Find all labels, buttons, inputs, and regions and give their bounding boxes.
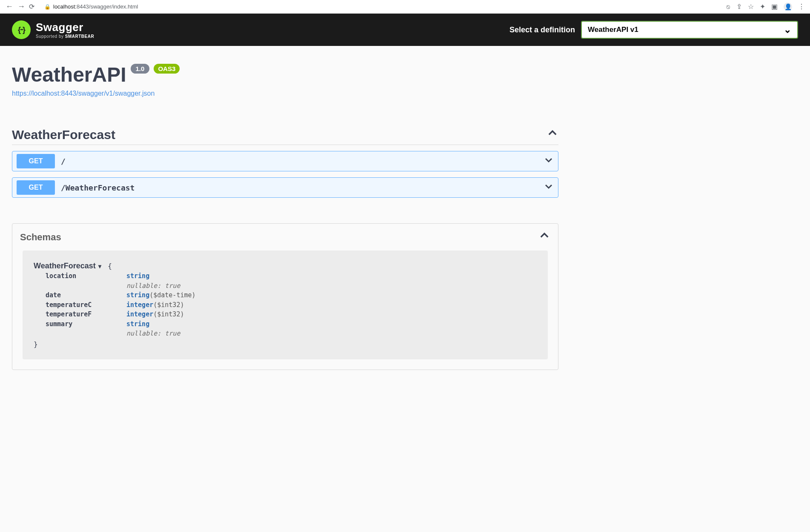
url-host: localhost: <box>53 3 77 10</box>
operation-row[interactable]: GET/ <box>12 151 558 171</box>
property-nullable: nullable: true <box>46 329 537 339</box>
property-type: integer($int32) <box>126 300 184 310</box>
operation-path: /WeatherForecast <box>61 183 135 192</box>
schemas-header[interactable]: Schemas <box>12 224 558 250</box>
forward-button[interactable]: → <box>17 2 26 11</box>
model-property: temperatureFinteger($int32) <box>46 310 537 319</box>
property-name: date <box>46 290 126 300</box>
model-property: summarystring <box>46 319 537 329</box>
chevron-down-icon: ⌄ <box>784 24 791 35</box>
lock-icon: 🔒 <box>44 4 51 10</box>
bookmark-icon[interactable]: ☆ <box>748 3 754 11</box>
swagger-logo-icon: {··} <box>12 20 31 39</box>
zoom-icon[interactable]: ⍉ <box>726 3 730 11</box>
browser-tools: ⍉ ⇪ ☆ ✦ ▣ 👤 ⋮ <box>726 3 805 11</box>
address-bar[interactable]: 🔒 localhost:8443/swagger/index.html <box>41 3 723 10</box>
property-name: temperatureF <box>46 310 126 319</box>
tag-header[interactable]: WeatherForecast <box>12 127 558 145</box>
chevron-up-icon <box>547 127 558 142</box>
topbar: {··} Swagger Supported by SMARTBEAR Sele… <box>0 14 810 46</box>
extensions-icon[interactable]: ✦ <box>760 3 765 11</box>
brand: {··} Swagger Supported by SMARTBEAR <box>12 20 94 39</box>
property-name: temperatureC <box>46 300 126 310</box>
model-property: datestring($date-time) <box>46 290 537 300</box>
operation-path: / <box>61 157 66 166</box>
version-badge: 1.0 <box>131 64 150 74</box>
definition-label: Select a definition <box>509 26 575 34</box>
definition-select[interactable]: WeatherAPI v1 ⌄ <box>581 21 798 39</box>
property-name: location <box>46 271 126 281</box>
caret-down-icon: ▾ <box>98 263 101 270</box>
schemas-container: Schemas WeatherForecast ▾ { locationstri… <box>12 223 558 370</box>
model-property: locationstring <box>46 271 537 281</box>
share-icon[interactable]: ⇪ <box>736 3 742 11</box>
property-nullable: nullable: true <box>46 281 537 291</box>
model-property: temperatureCinteger($int32) <box>46 300 537 310</box>
panel-icon[interactable]: ▣ <box>771 3 778 11</box>
schema-body: WeatherForecast ▾ { locationstringnullab… <box>23 250 548 359</box>
tag-name: WeatherForecast <box>12 128 115 142</box>
browser-chrome: ← → ⟳ 🔒 localhost:8443/swagger/index.htm… <box>0 0 810 14</box>
brand-subtitle: Supported by SMARTBEAR <box>36 34 94 39</box>
kebab-menu-icon[interactable]: ⋮ <box>798 3 805 11</box>
back-button[interactable]: ← <box>5 2 14 11</box>
chevron-down-icon <box>544 155 554 168</box>
chevron-down-icon <box>544 181 554 194</box>
property-type: string <box>126 319 149 329</box>
http-method-badge: GET <box>17 154 55 168</box>
property-name: summary <box>46 319 126 329</box>
property-type: string <box>126 271 149 281</box>
property-type: integer($int32) <box>126 310 184 319</box>
brand-name: Swagger <box>36 21 94 34</box>
url-path: 8443/swagger/index.html <box>77 3 138 10</box>
api-title: WeatherAPI <box>12 63 126 86</box>
chevron-up-icon <box>538 230 550 245</box>
reload-button[interactable]: ⟳ <box>29 3 37 11</box>
schemas-title: Schemas <box>20 232 61 243</box>
property-type: string($date-time) <box>126 290 196 300</box>
definition-selected-value: WeatherAPI v1 <box>588 26 638 34</box>
spec-url-link[interactable]: https://localhost:8443/swagger/v1/swagge… <box>12 90 155 97</box>
operation-row[interactable]: GET/WeatherForecast <box>12 177 558 198</box>
http-method-badge: GET <box>17 180 55 195</box>
oas-badge: OAS3 <box>154 64 180 74</box>
profile-avatar[interactable]: 👤 <box>784 3 792 11</box>
model-close-brace: } <box>34 340 537 348</box>
model-name[interactable]: WeatherForecast ▾ { <box>34 262 112 270</box>
